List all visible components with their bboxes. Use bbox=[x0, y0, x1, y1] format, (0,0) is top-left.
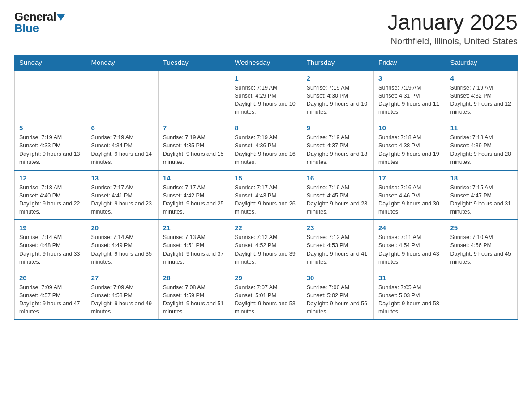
calendar-day-cell: 3Sunrise: 7:19 AMSunset: 4:31 PMDaylight… bbox=[374, 70, 446, 120]
day-info: Sunrise: 7:16 AMSunset: 4:46 PMDaylight:… bbox=[378, 184, 441, 216]
day-number: 6 bbox=[91, 124, 153, 132]
day-info: Sunrise: 7:08 AMSunset: 4:59 PMDaylight:… bbox=[163, 283, 225, 316]
day-info: Sunrise: 7:13 AMSunset: 4:51 PMDaylight:… bbox=[163, 233, 225, 266]
day-number: 12 bbox=[19, 174, 82, 182]
calendar-day-cell: 6Sunrise: 7:19 AMSunset: 4:34 PMDaylight… bbox=[86, 120, 158, 170]
day-info: Sunrise: 7:12 AMSunset: 4:53 PMDaylight:… bbox=[307, 233, 369, 266]
calendar-week-row: 1Sunrise: 7:19 AMSunset: 4:29 PMDaylight… bbox=[15, 70, 518, 120]
day-number: 11 bbox=[450, 124, 513, 132]
day-number: 30 bbox=[307, 274, 369, 282]
calendar-body: 1Sunrise: 7:19 AMSunset: 4:29 PMDaylight… bbox=[15, 70, 518, 320]
calendar-day-cell: 10Sunrise: 7:18 AMSunset: 4:38 PMDayligh… bbox=[374, 120, 446, 170]
day-info: Sunrise: 7:19 AMSunset: 4:34 PMDaylight:… bbox=[91, 133, 153, 166]
calendar-header-cell: Thursday bbox=[302, 55, 373, 70]
day-number: 1 bbox=[235, 74, 297, 82]
calendar-day-cell: 31Sunrise: 7:05 AMSunset: 5:03 PMDayligh… bbox=[374, 270, 446, 320]
day-number: 4 bbox=[450, 74, 513, 82]
calendar-day-cell: 27Sunrise: 7:09 AMSunset: 4:58 PMDayligh… bbox=[86, 270, 158, 320]
day-number: 23 bbox=[307, 224, 369, 231]
calendar-week-row: 26Sunrise: 7:09 AMSunset: 4:57 PMDayligh… bbox=[15, 270, 518, 320]
day-info: Sunrise: 7:18 AMSunset: 4:38 PMDaylight:… bbox=[378, 133, 441, 166]
day-number: 28 bbox=[163, 274, 225, 282]
day-info: Sunrise: 7:11 AMSunset: 4:54 PMDaylight:… bbox=[378, 233, 441, 266]
day-number: 29 bbox=[235, 274, 297, 282]
day-info: Sunrise: 7:14 AMSunset: 4:49 PMDaylight:… bbox=[91, 233, 153, 266]
day-number: 20 bbox=[91, 224, 153, 231]
day-number: 8 bbox=[235, 124, 297, 132]
calendar-day-cell: 20Sunrise: 7:14 AMSunset: 4:49 PMDayligh… bbox=[86, 220, 158, 270]
day-info: Sunrise: 7:10 AMSunset: 4:56 PMDaylight:… bbox=[450, 233, 513, 266]
logo: General Blue bbox=[14, 11, 65, 34]
calendar-table: SundayMondayTuesdayWednesdayThursdayFrid… bbox=[14, 55, 518, 321]
calendar-day-cell bbox=[15, 70, 86, 120]
calendar-week-row: 12Sunrise: 7:18 AMSunset: 4:40 PMDayligh… bbox=[15, 170, 518, 220]
day-info: Sunrise: 7:19 AMSunset: 4:30 PMDaylight:… bbox=[307, 84, 369, 116]
calendar-day-cell: 21Sunrise: 7:13 AMSunset: 4:51 PMDayligh… bbox=[158, 220, 230, 270]
calendar-day-cell: 4Sunrise: 7:19 AMSunset: 4:32 PMDaylight… bbox=[446, 70, 517, 120]
calendar-day-cell bbox=[86, 70, 158, 120]
calendar-day-cell: 17Sunrise: 7:16 AMSunset: 4:46 PMDayligh… bbox=[374, 170, 446, 220]
logo-triangle-icon bbox=[57, 14, 65, 21]
day-info: Sunrise: 7:19 AMSunset: 4:32 PMDaylight:… bbox=[450, 84, 513, 116]
calendar-day-cell: 13Sunrise: 7:17 AMSunset: 4:41 PMDayligh… bbox=[86, 170, 158, 220]
calendar-day-cell: 30Sunrise: 7:06 AMSunset: 5:02 PMDayligh… bbox=[302, 270, 373, 320]
day-number: 26 bbox=[19, 274, 82, 282]
day-info: Sunrise: 7:17 AMSunset: 4:41 PMDaylight:… bbox=[91, 184, 153, 216]
calendar-day-cell: 26Sunrise: 7:09 AMSunset: 4:57 PMDayligh… bbox=[15, 270, 86, 320]
calendar-header-row: SundayMondayTuesdayWednesdayThursdayFrid… bbox=[15, 55, 518, 70]
day-info: Sunrise: 7:17 AMSunset: 4:42 PMDaylight:… bbox=[163, 184, 225, 216]
calendar-day-cell: 8Sunrise: 7:19 AMSunset: 4:36 PMDaylight… bbox=[230, 120, 302, 170]
calendar-day-cell: 9Sunrise: 7:19 AMSunset: 4:37 PMDaylight… bbox=[302, 120, 373, 170]
day-number: 27 bbox=[91, 274, 153, 282]
calendar-day-cell: 15Sunrise: 7:17 AMSunset: 4:43 PMDayligh… bbox=[230, 170, 302, 220]
day-number: 22 bbox=[235, 224, 297, 231]
calendar-day-cell: 5Sunrise: 7:19 AMSunset: 4:33 PMDaylight… bbox=[15, 120, 86, 170]
calendar-day-cell: 23Sunrise: 7:12 AMSunset: 4:53 PMDayligh… bbox=[302, 220, 373, 270]
day-info: Sunrise: 7:05 AMSunset: 5:03 PMDaylight:… bbox=[378, 283, 441, 316]
day-number: 17 bbox=[378, 174, 441, 182]
day-info: Sunrise: 7:19 AMSunset: 4:36 PMDaylight:… bbox=[235, 133, 297, 166]
calendar-day-cell: 22Sunrise: 7:12 AMSunset: 4:52 PMDayligh… bbox=[230, 220, 302, 270]
calendar-header-cell: Saturday bbox=[446, 55, 517, 70]
day-number: 24 bbox=[378, 224, 441, 231]
day-info: Sunrise: 7:19 AMSunset: 4:33 PMDaylight:… bbox=[19, 133, 82, 166]
day-info: Sunrise: 7:15 AMSunset: 4:47 PMDaylight:… bbox=[450, 184, 513, 216]
day-number: 13 bbox=[91, 174, 153, 182]
calendar-day-cell: 16Sunrise: 7:16 AMSunset: 4:45 PMDayligh… bbox=[302, 170, 373, 220]
day-info: Sunrise: 7:09 AMSunset: 4:57 PMDaylight:… bbox=[19, 283, 82, 316]
day-info: Sunrise: 7:19 AMSunset: 4:37 PMDaylight:… bbox=[307, 133, 369, 166]
calendar-day-cell: 14Sunrise: 7:17 AMSunset: 4:42 PMDayligh… bbox=[158, 170, 230, 220]
day-number: 10 bbox=[378, 124, 441, 132]
calendar-day-cell: 28Sunrise: 7:08 AMSunset: 4:59 PMDayligh… bbox=[158, 270, 230, 320]
day-info: Sunrise: 7:12 AMSunset: 4:52 PMDaylight:… bbox=[235, 233, 297, 266]
day-info: Sunrise: 7:18 AMSunset: 4:40 PMDaylight:… bbox=[19, 184, 82, 216]
day-number: 19 bbox=[19, 224, 82, 231]
day-number: 9 bbox=[307, 124, 369, 132]
page-title: January 2025 bbox=[387, 11, 518, 34]
page-subtitle: Northfield, Illinois, United States bbox=[387, 36, 518, 47]
day-info: Sunrise: 7:17 AMSunset: 4:43 PMDaylight:… bbox=[235, 184, 297, 216]
title-area: January 2025 Northfield, Illinois, Unite… bbox=[387, 11, 518, 47]
calendar-day-cell: 12Sunrise: 7:18 AMSunset: 4:40 PMDayligh… bbox=[15, 170, 86, 220]
day-number: 21 bbox=[163, 224, 225, 231]
calendar-header: SundayMondayTuesdayWednesdayThursdayFrid… bbox=[15, 55, 518, 70]
day-number: 18 bbox=[450, 174, 513, 182]
day-number: 3 bbox=[378, 74, 441, 82]
day-info: Sunrise: 7:16 AMSunset: 4:45 PMDaylight:… bbox=[307, 184, 369, 216]
calendar-week-row: 19Sunrise: 7:14 AMSunset: 4:48 PMDayligh… bbox=[15, 220, 518, 270]
calendar-header-cell: Monday bbox=[86, 55, 158, 70]
day-number: 31 bbox=[378, 274, 441, 282]
day-number: 15 bbox=[235, 174, 297, 182]
calendar-day-cell: 24Sunrise: 7:11 AMSunset: 4:54 PMDayligh… bbox=[374, 220, 446, 270]
day-info: Sunrise: 7:09 AMSunset: 4:58 PMDaylight:… bbox=[91, 283, 153, 316]
day-info: Sunrise: 7:14 AMSunset: 4:48 PMDaylight:… bbox=[19, 233, 82, 266]
calendar-day-cell bbox=[446, 270, 517, 320]
calendar-day-cell: 19Sunrise: 7:14 AMSunset: 4:48 PMDayligh… bbox=[15, 220, 86, 270]
calendar-day-cell bbox=[158, 70, 230, 120]
calendar-header-cell: Friday bbox=[374, 55, 446, 70]
day-number: 25 bbox=[450, 224, 513, 231]
day-info: Sunrise: 7:19 AMSunset: 4:35 PMDaylight:… bbox=[163, 133, 225, 166]
day-info: Sunrise: 7:19 AMSunset: 4:29 PMDaylight:… bbox=[235, 84, 297, 116]
day-number: 5 bbox=[19, 124, 82, 132]
day-info: Sunrise: 7:19 AMSunset: 4:31 PMDaylight:… bbox=[378, 84, 441, 116]
